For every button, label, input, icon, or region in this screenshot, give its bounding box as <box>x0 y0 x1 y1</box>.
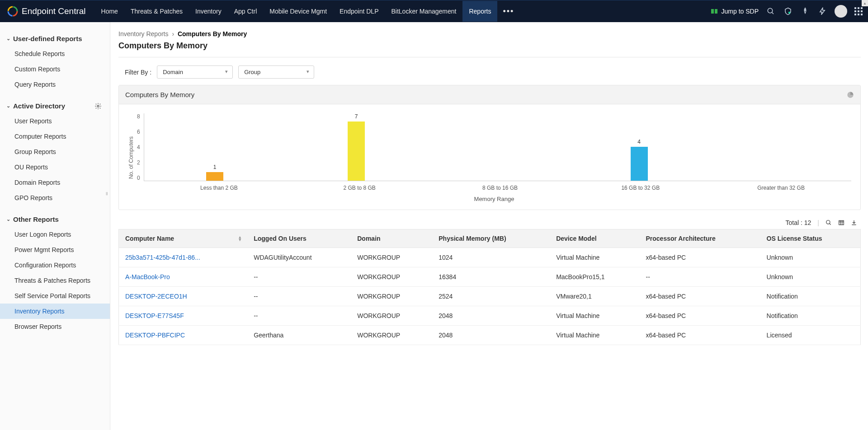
cell-model: Virtual Machine <box>550 248 639 267</box>
chart-panel-header: Computers By Memory <box>119 85 860 104</box>
x-tick: 8 GB to 16 GB <box>430 181 571 191</box>
sidebar-item-group-reports[interactable]: Group Reports <box>0 144 110 159</box>
col-physical-memory[interactable]: Physical Memory (MB) <box>432 229 550 248</box>
bar-slot: 4 <box>568 113 710 181</box>
sidebar-item-user-logon[interactable]: User Logon Reports <box>0 227 110 242</box>
sidebar-item-schedule-reports[interactable]: Schedule Reports <box>0 46 110 61</box>
cell-domain: WORKGROUP <box>351 326 432 345</box>
bolt-icon[interactable] <box>817 6 827 16</box>
nav-dlp[interactable]: Endpoint DLP <box>333 1 385 22</box>
avatar[interactable] <box>835 5 847 18</box>
chart-bar[interactable] <box>206 172 223 181</box>
col-computer-name[interactable]: Computer Name▲▼ <box>119 229 248 248</box>
svg-point-11 <box>826 220 830 224</box>
cell-computer-name[interactable]: DESKTOP-E77S45F <box>119 306 248 326</box>
app-launcher-icon[interactable] <box>854 7 863 15</box>
chart-bar[interactable] <box>631 147 648 181</box>
col-processor-arch[interactable]: Processor Architecture <box>639 229 760 248</box>
cell-memory: 2048 <box>432 326 550 345</box>
col-os-license[interactable]: OS License Status <box>760 229 861 248</box>
columns-icon[interactable] <box>838 220 844 226</box>
col-device-model[interactable]: Device Model <box>550 229 639 248</box>
search-icon[interactable] <box>826 220 832 226</box>
bar-value-label: 1 <box>213 164 217 170</box>
col-label: Computer Name <box>125 235 174 242</box>
separator: | <box>817 219 819 226</box>
data-table: Computer Name▲▼ Logged On Users Domain P… <box>118 229 861 345</box>
app-logo[interactable]: Endpoint Central <box>7 6 86 17</box>
cell-computer-name[interactable]: DESKTOP-2ECEO1H <box>119 287 248 306</box>
sidebar-item-power-mgmt[interactable]: Power Mgmt Reports <box>0 242 110 257</box>
sidebar-header-active-directory[interactable]: ⌄ Active Directory <box>0 100 110 113</box>
sidebar-item-domain-reports[interactable]: Domain Reports <box>0 175 110 190</box>
bar-value-label: 4 <box>637 139 641 145</box>
shield-icon[interactable] <box>783 6 793 16</box>
sidebar-item-user-reports[interactable]: User Reports <box>0 113 110 129</box>
cell-user: -- <box>247 267 351 287</box>
cell-user: -- <box>247 287 351 306</box>
nav-more[interactable]: ••• <box>497 7 519 16</box>
cell-license: Notification <box>760 287 861 306</box>
cell-computer-name[interactable]: A-MacBook-Pro <box>119 267 248 287</box>
chart-bar[interactable] <box>348 122 365 181</box>
chevron-right-icon: › <box>172 30 174 37</box>
breadcrumb-parent[interactable]: Inventory Reports <box>118 30 169 37</box>
rocket-icon[interactable] <box>800 6 810 16</box>
gear-icon[interactable] <box>94 103 102 110</box>
y-axis-label: No. of Computers <box>128 136 134 179</box>
sidebar-item-inventory-reports[interactable]: Inventory Reports <box>0 304 110 319</box>
y-ticks: 8 6 4 2 0 <box>137 113 144 181</box>
chevron-down-icon: ⌄ <box>6 103 10 109</box>
bar-slot: 1 <box>144 113 286 181</box>
search-icon[interactable] <box>766 6 776 16</box>
sidebar-item-threats-patches[interactable]: Threats & Patches Reports <box>0 273 110 288</box>
x-tick: 16 GB to 32 GB <box>570 181 711 191</box>
sidebar-header-other-reports[interactable]: ⌄ Other Reports <box>0 214 110 227</box>
chart-panel-title: Computers By Memory <box>125 91 194 98</box>
sidebar-collapse-handle[interactable]: ⦀ <box>106 189 110 198</box>
svg-line-12 <box>830 224 831 225</box>
nav-threats[interactable]: Threats & Patches <box>124 1 189 22</box>
nav-home[interactable]: Home <box>95 1 124 22</box>
cell-user: Geerthana <box>247 326 351 345</box>
export-icon[interactable] <box>851 220 857 226</box>
jump-to-sdp[interactable]: Jump to SDP <box>711 8 759 15</box>
sidebar-item-computer-reports[interactable]: Computer Reports <box>0 129 110 144</box>
divider <box>118 57 861 57</box>
sidebar-item-browser-reports[interactable]: Browser Reports <box>0 319 110 334</box>
cell-computer-name[interactable]: DESKTOP-PBFCIPC <box>119 326 248 345</box>
nav-reports[interactable]: Reports <box>462 1 497 22</box>
sidebar-item-ou-reports[interactable]: OU Reports <box>0 159 110 175</box>
col-logged-on-users[interactable]: Logged On Users <box>247 229 351 248</box>
cell-model: VMware20,1 <box>550 287 639 306</box>
group-select[interactable]: Group <box>238 65 314 79</box>
sidebar-header-user-defined[interactable]: ⌄ User-defined Reports <box>0 33 110 46</box>
domain-select[interactable]: Domain <box>157 65 233 79</box>
cell-domain: WORKGROUP <box>351 306 432 326</box>
nav-mdm[interactable]: Mobile Device Mgmt <box>263 1 333 22</box>
jump-to-label: Jump to SDP <box>722 8 759 15</box>
sidebar-item-gpo-reports[interactable]: GPO Reports <box>0 190 110 206</box>
sidebar-section-other-reports: ⌄ Other Reports User Logon Reports Power… <box>0 214 110 334</box>
sidebar-item-self-service[interactable]: Self Service Portal Reports <box>0 288 110 304</box>
content: Inventory Reports › Computers By Memory … <box>110 22 868 430</box>
sidebar-section-user-defined: ⌄ User-defined Reports Schedule Reports … <box>0 33 110 92</box>
sidebar-item-query-reports[interactable]: Query Reports <box>0 77 110 92</box>
scrollbar-up-icon[interactable]: ▲ <box>862 0 868 6</box>
svg-point-6 <box>768 8 773 13</box>
cell-domain: WORKGROUP <box>351 267 432 287</box>
nav-appctrl[interactable]: App Ctrl <box>228 1 264 22</box>
cell-license: Unknown <box>760 267 861 287</box>
nav-inventory[interactable]: Inventory <box>189 1 228 22</box>
col-domain[interactable]: Domain <box>351 229 432 248</box>
chart-panel: Computers By Memory No. of Computers 8 6… <box>118 85 861 210</box>
table-row: DESKTOP-PBFCIPCGeerthanaWORKGROUP2048Vir… <box>119 326 861 345</box>
x-tick: Greater than 32 GB <box>711 181 851 191</box>
sidebar-item-configuration[interactable]: Configuration Reports <box>0 257 110 273</box>
cell-computer-name[interactable]: 25b3a571-425b-47d1-86... <box>119 248 248 267</box>
svg-rect-4 <box>711 9 714 14</box>
sidebar-item-custom-reports[interactable]: Custom Reports <box>0 61 110 77</box>
pie-chart-icon[interactable] <box>847 91 854 98</box>
nav-bitlocker[interactable]: BitLocker Management <box>385 1 462 22</box>
svg-point-9 <box>805 9 806 10</box>
